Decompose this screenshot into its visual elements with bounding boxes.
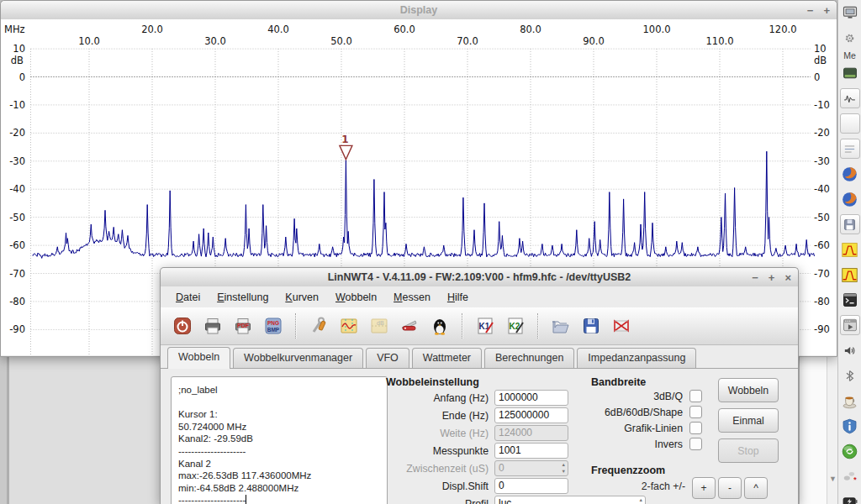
display-monitor-icon[interactable] [840, 3, 860, 23]
freqzoom-caret-button[interactable]: ^ [744, 477, 768, 499]
svg-text:30.0: 30.0 [204, 35, 226, 47]
green-console-icon[interactable] [840, 63, 860, 83]
checkbox-row: Invers [591, 436, 702, 452]
spinner-arrows-icon[interactable]: ▲▼ [639, 496, 643, 504]
save-small-icon[interactable] [840, 214, 860, 234]
cursor-info-panel[interactable]: ;no_label Kursor 1: 50.724000 MHz Kanal2… [171, 376, 388, 504]
tab-wattmeter[interactable]: Wattmeter [412, 348, 482, 368]
impedance-icon[interactable] [608, 312, 635, 340]
tab-wobbelkurvenmanager[interactable]: Wobbelkurvenmanager [233, 348, 363, 368]
stop-button: Stop [718, 438, 779, 463]
svg-text:-10: -10 [814, 99, 830, 111]
minimize-button[interactable]: − [807, 5, 814, 16]
swiss-knife-icon[interactable] [396, 312, 423, 340]
ende-hz--input[interactable]: 125000000 [494, 407, 568, 423]
linux-tux-icon[interactable] [426, 312, 453, 340]
menu-wobbeln[interactable]: Wobbeln [327, 289, 385, 306]
coffee-icon[interactable] [840, 391, 860, 411]
svg-text:-60: -60 [814, 239, 830, 251]
displ-shift-input[interactable]: 0 [494, 478, 568, 494]
6db-60db-shape-checkbox[interactable] [689, 406, 702, 418]
notes-icon[interactable] [840, 139, 860, 159]
menu-bar: DateiEinstellungKurvenWobbelnMessenHilfe [161, 286, 798, 307]
spinner-arrows-icon[interactable]: ▲▼ [562, 461, 566, 475]
firefox-2-icon[interactable] [840, 189, 860, 209]
tab-vfo[interactable]: VFO [366, 348, 409, 368]
svg-text:0: 0 [19, 71, 25, 83]
graph-settings-icon[interactable] [335, 312, 362, 340]
firefox-icon[interactable] [840, 164, 860, 184]
print-icon[interactable] [199, 312, 226, 340]
export-image-icon[interactable]: PNGBMP [260, 312, 287, 340]
filter-curve-2-icon[interactable] [840, 265, 860, 285]
svg-text:-70: -70 [814, 268, 830, 280]
menu-datei[interactable]: Datei [167, 289, 209, 306]
filter-curve-icon[interactable] [840, 239, 860, 260]
info-shield-icon[interactable] [840, 416, 860, 436]
checkbox-label: Invers [655, 438, 684, 450]
maximize-button[interactable]: + [769, 272, 775, 283]
tab-wobbeln[interactable]: Wobbeln [167, 347, 230, 369]
anfang-hz--input[interactable]: 1000000 [494, 390, 568, 406]
menu-hilfe[interactable]: Hilfe [439, 289, 477, 306]
tray-menu-label[interactable]: Me [843, 50, 856, 60]
save-file-icon[interactable] [578, 312, 605, 340]
menu-kurven[interactable]: Kurven [277, 289, 327, 306]
form-row: Displ.Shift0 [386, 477, 646, 495]
app-titlebar[interactable]: LinNWT4 - V.4.11.09 - FW:2.109:V00 - hfm… [161, 268, 798, 287]
minimize-button[interactable]: − [752, 272, 758, 283]
open-file-icon[interactable] [547, 312, 574, 340]
svg-text:-30: -30 [814, 155, 830, 167]
invers-checkbox[interactable] [689, 438, 702, 450]
bluetooth-icon[interactable] [840, 365, 860, 386]
background-window-strip: ▼ [799, 355, 839, 504]
menu-einstellung[interactable]: Einstellung [209, 289, 277, 306]
update-orb-icon[interactable] [840, 441, 860, 461]
print-pdf-icon[interactable]: PDF [230, 312, 256, 340]
messpunkte-input[interactable]: 1001 [494, 443, 568, 459]
menu-gear-icon[interactable] [840, 28, 860, 48]
svg-text:60.0: 60.0 [394, 24, 415, 35]
settings-tools-icon[interactable] [305, 312, 332, 340]
tab-impedanzanpassung[interactable]: Impedanzanpassung [577, 348, 696, 368]
terminal-icon[interactable] [840, 290, 860, 310]
svg-text:50.0: 50.0 [330, 35, 352, 47]
maximize-button[interactable]: + [823, 5, 830, 16]
svg-text:10.0: 10.0 [78, 35, 100, 47]
3db-q-checkbox[interactable] [689, 390, 702, 402]
svg-text:-40: -40 [814, 183, 830, 195]
checkbox-row: 3dB/Q [591, 388, 702, 404]
tab-berechnungen[interactable]: Berechnungen [484, 348, 574, 368]
wobbeln-button[interactable]: Wobbeln [718, 378, 779, 402]
close-button[interactable]: × [784, 272, 791, 283]
kanal-2-icon[interactable]: K2 [502, 312, 529, 340]
db-scale-icon[interactable]: dB [366, 312, 393, 340]
svg-text:-50: -50 [814, 212, 830, 223]
svg-text:110.0: 110.0 [706, 35, 734, 47]
svg-text:dB: dB [11, 55, 24, 66]
svg-text:-30: -30 [9, 155, 25, 167]
freqzoom-plus-button[interactable]: + [692, 477, 716, 499]
display-titlebar[interactable]: Display − + [1, 1, 837, 20]
menu-messen[interactable]: Messen [385, 289, 439, 306]
profil-input[interactable]: luc▲▼ [494, 496, 646, 504]
grafik-linien-checkbox[interactable] [689, 422, 702, 434]
battery-icon[interactable] [840, 491, 860, 504]
svg-text:PNG: PNG [267, 320, 279, 326]
scrollbar[interactable]: ▼ [827, 355, 838, 504]
einmal-button[interactable]: Einmal [718, 408, 779, 433]
waveform-icon[interactable] [840, 88, 860, 108]
quit-icon[interactable] [169, 312, 196, 340]
field-label: Zwischenzeit (uS) [386, 463, 489, 475]
svg-text:-60: -60 [9, 239, 25, 251]
freqzoom-minus-button[interactable]: - [718, 477, 742, 499]
media-player-icon[interactable] [840, 315, 860, 335]
volume-icon[interactable] [840, 340, 860, 360]
scroll-down-icon[interactable]: ▼ [829, 475, 837, 483]
kanal-1-icon[interactable]: K1 [472, 312, 499, 340]
form-row: Profilluc▲▼ [386, 495, 646, 504]
field-label: Weite (Hz) [386, 428, 489, 439]
field-label: Displ.Shift [386, 480, 489, 492]
blank-icon[interactable] [840, 113, 860, 134]
input-devices-icon[interactable]: * [840, 466, 860, 486]
